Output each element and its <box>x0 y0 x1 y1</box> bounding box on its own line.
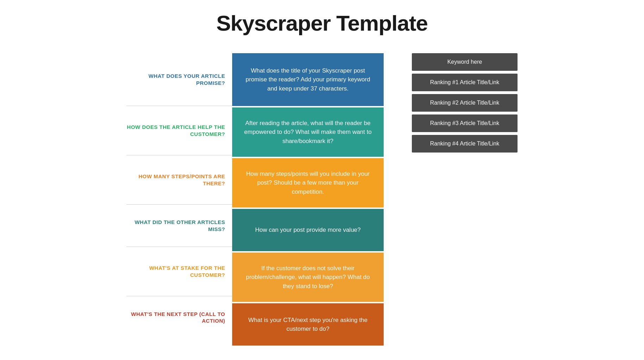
question-row-1: WHAT DOES YOUR ARTICLE PROMISE? <box>126 53 232 106</box>
answer-box-1: What does the title of your Skyscraper p… <box>232 53 384 106</box>
page-wrapper: Skyscraper Template WHAT DOES YOUR ARTIC… <box>0 0 644 356</box>
question-row-2: HOW DOES THE ARTICLE HELP THE CUSTOMER? <box>126 106 232 155</box>
competitor-box-r4[interactable]: Ranking #4 Article Title/Link <box>412 135 518 153</box>
competitor-box-kw[interactable]: Keyword here <box>412 53 518 71</box>
question-row-4: WHAT DID THE OTHER ARTICLES MISS? <box>126 205 232 247</box>
right-column: Keyword hereRanking #1 Article Title/Lin… <box>384 53 518 153</box>
question-row-3: HOW MANY STEPS/POINTS ARE THERE? <box>126 155 232 205</box>
answer-box-5: If the customer does not solve their pro… <box>232 253 384 302</box>
question-row-6: WHAT'S THE NEXT STEP (CALL TO ACTION) <box>126 296 232 339</box>
left-column: WHAT DOES YOUR ARTICLE PROMISE?HOW DOES … <box>126 53 232 339</box>
page-title: Skyscraper Template <box>14 11 630 36</box>
main-content: WHAT DOES YOUR ARTICLE PROMISE?HOW DOES … <box>14 53 630 346</box>
competitor-box-r1[interactable]: Ranking #1 Article Title/Link <box>412 74 518 91</box>
competitor-box-r2[interactable]: Ranking #2 Article Title/Link <box>412 94 518 112</box>
competitor-box-r3[interactable]: Ranking #3 Article Title/Link <box>412 114 518 132</box>
answer-box-2: After reading the article, what will the… <box>232 107 384 157</box>
answer-box-3: How many steps/points will you include i… <box>232 158 384 207</box>
center-column: What does the title of your Skyscraper p… <box>232 53 384 346</box>
question-row-5: WHAT'S AT STAKE FOR THE CUSTOMER? <box>126 247 232 296</box>
answer-box-4: How can your post provide more value? <box>232 209 384 251</box>
answer-box-6: What is your CTA/next step you're asking… <box>232 303 384 346</box>
